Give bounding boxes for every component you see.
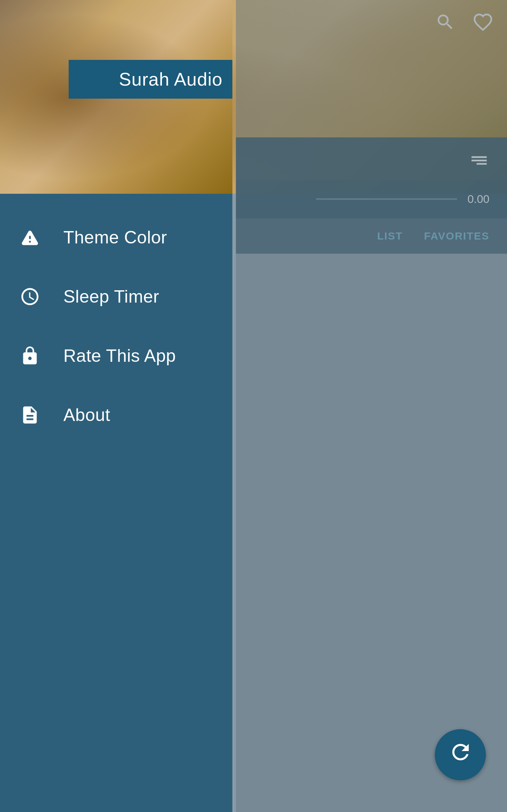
- fab-refresh-button[interactable]: [435, 729, 486, 780]
- about-label: About: [63, 405, 110, 425]
- menu-item-theme-color[interactable]: Theme Color: [0, 208, 232, 267]
- drawer-header-image: Surah Audio: [0, 0, 232, 194]
- rate-app-icon: [18, 346, 42, 366]
- app-container: 0.00 LIST FAVORITES Surah Audio: [0, 0, 507, 812]
- refresh-icon: [448, 740, 473, 770]
- sleep-timer-label: Sleep Timer: [63, 286, 159, 307]
- theme-color-icon: [18, 227, 42, 248]
- side-drawer: Surah Audio Theme Color: [0, 0, 232, 812]
- menu-item-sleep-timer[interactable]: Sleep Timer: [0, 267, 232, 326]
- sleep-timer-icon: [18, 286, 42, 307]
- surah-title: Surah Audio: [119, 69, 223, 90]
- theme-color-label: Theme Color: [63, 227, 167, 248]
- menu-items-list: Theme Color Sleep Timer Rate This: [0, 194, 232, 812]
- about-icon: [18, 405, 42, 425]
- rate-app-label: Rate This App: [63, 346, 176, 366]
- drawer-overlay[interactable]: [236, 0, 507, 812]
- menu-item-about[interactable]: About: [0, 385, 232, 445]
- menu-item-rate-app[interactable]: Rate This App: [0, 326, 232, 385]
- surah-title-box: Surah Audio: [69, 60, 232, 99]
